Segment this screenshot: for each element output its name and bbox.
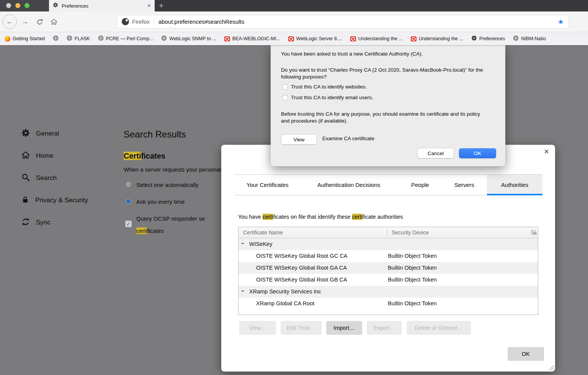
cancel-button[interactable]: Cancel (418, 148, 454, 158)
close-icon[interactable]: × (544, 146, 549, 157)
minimize-window-button[interactable] (15, 3, 20, 8)
chevron-down-icon: › (240, 290, 247, 292)
bookmark-flask[interactable]: FLASK (67, 35, 90, 43)
traffic-lights (0, 0, 49, 11)
gear-icon (471, 35, 477, 43)
new-tab-button[interactable]: + (155, 0, 168, 11)
resize-grip[interactable] (547, 364, 554, 370)
table-row[interactable]: OISTE WISeKey Global Root GC CA Builtin … (238, 250, 538, 262)
radio-select-one-automatically[interactable] (125, 181, 132, 188)
certificates-table: Certificate Name Security Device › WISeK… (238, 227, 538, 315)
ca-dialog-note-line1: Before trusting this CA for any purpose,… (281, 111, 480, 117)
delete-or-distrust-button[interactable]: Delete or Distrust… (407, 321, 471, 335)
zoom-window-button[interactable] (24, 3, 29, 8)
firefox-window: Preferences × + ← → Firefox about:prefer… (0, 0, 588, 375)
edit-trust-button[interactable]: Edit Trust… (281, 321, 322, 335)
globe-icon (513, 35, 519, 43)
bookmark-understanding-1[interactable]: Understanding the ... (350, 36, 403, 41)
ok-button[interactable]: OK (459, 148, 496, 158)
ca-dialog-line1: You have been asked to trust a new Certi… (281, 51, 423, 57)
column-divider[interactable] (387, 229, 387, 236)
reload-button[interactable] (33, 15, 46, 29)
table-row[interactable]: OISTE WISeKey Global Root GB CA Builtin … (238, 274, 538, 286)
bookmark-bea-weblogic[interactable]: BEA-WEBLOGIC-MI... (224, 36, 280, 41)
oracle-icon (411, 36, 416, 41)
bookmarks-bar: Getting Started FLASK PCRE — Perl Comp..… (0, 32, 588, 45)
tab-authentication-decisions[interactable]: Authentication Decisions (317, 182, 380, 188)
table-row[interactable]: XRamp Global CA Root Builtin Object Toke… (238, 298, 538, 309)
sidebar-item-sync[interactable]: Sync (21, 218, 51, 228)
tab-people[interactable]: People (411, 182, 429, 188)
column-header-certificate-name[interactable]: Certificate Name (243, 229, 283, 236)
oracle-icon (350, 36, 356, 41)
lock-icon (21, 196, 29, 205)
export-button[interactable]: Export… (367, 321, 402, 335)
radio-ask-you-every-time[interactable] (125, 198, 132, 205)
globe-icon (161, 35, 167, 43)
tab-preferences[interactable]: Preferences × (49, 0, 155, 11)
oracle-icon (224, 36, 230, 41)
table-row-group[interactable]: › XRamp Security Services Inc (238, 286, 538, 298)
gear-icon (21, 129, 30, 139)
checkbox-query-ocsp[interactable]: ✓ (125, 220, 132, 228)
tab-bar: Preferences × + (0, 0, 588, 11)
url-bar[interactable]: Firefox about:preferences#searchResults … (117, 15, 569, 28)
bookmark-weblogic-server[interactable]: WebLogic Server 8.... (288, 36, 342, 41)
sidebar-item-search[interactable]: Search (21, 173, 57, 183)
globe-icon (67, 35, 72, 43)
checkbox-trust-websites[interactable] (283, 84, 288, 90)
table-header: Certificate Name Security Device (238, 227, 538, 238)
navigation-toolbar: ← → Firefox about:preferences#searchResu… (0, 11, 588, 32)
gear-icon (53, 2, 58, 9)
bookmark-preferences[interactable]: Preferences (471, 35, 505, 43)
certificate-manager-dialog: × Authorities Your Certificates Authenti… (221, 145, 555, 372)
tab-authorities[interactable]: Authorities (487, 175, 542, 195)
ca-dialog-question-line2: following purposes? (281, 74, 327, 80)
sidebar-item-privacy-security[interactable]: Privacy & Security (21, 195, 88, 205)
search-icon (21, 173, 30, 183)
tab-title: Preferences (62, 3, 147, 9)
checkbox-label: Trust this CA to identify email users. (291, 95, 373, 100)
view-button[interactable]: View… (239, 321, 276, 335)
bookmark-star-icon[interactable]: ★ (558, 18, 564, 25)
bookmark-weblogic-snmp[interactable]: WebLogic SNMP to ... (161, 35, 216, 43)
checkbox-trust-email[interactable] (283, 95, 288, 100)
column-header-security-device[interactable]: Security Device (392, 229, 429, 236)
column-picker-icon[interactable] (531, 230, 537, 237)
table-row[interactable]: OISTE WISeKey Global Root GA CA Builtin … (238, 262, 538, 274)
url-separator (154, 18, 154, 26)
sidebar-item-general[interactable]: General (21, 129, 59, 139)
ocsp-label-line2: certificates (136, 228, 164, 234)
view-certificate-button[interactable]: View (281, 134, 317, 144)
chevron-down-icon: › (240, 242, 247, 244)
authorities-intro-text: You have certificates on file that ident… (238, 214, 403, 220)
tab-your-certificates[interactable]: Your Certificates (247, 182, 289, 188)
url-text[interactable]: about:preferences#searchResults (158, 18, 558, 25)
back-button[interactable]: ← (2, 15, 17, 29)
firefox-logo-icon (122, 18, 129, 25)
ocsp-label-line1: Query OCSP responder se (136, 215, 205, 222)
radio-label: Select one automatically (136, 182, 199, 188)
table-row-group[interactable]: › WISeKey (238, 238, 538, 250)
bookmark-nibm[interactable]: NIBM-Natio (513, 35, 546, 43)
ok-button[interactable]: OK (508, 347, 544, 361)
forward-button[interactable]: → (18, 15, 31, 29)
sidebar-item-home[interactable]: Home (21, 151, 53, 161)
globe-icon (98, 35, 104, 43)
tab-servers[interactable]: Servers (454, 182, 474, 188)
import-button[interactable]: Import… (326, 321, 362, 335)
certificates-heading: Certificates (124, 152, 165, 160)
examine-ca-label: Examine CA certificate (322, 136, 374, 141)
firefox-icon (5, 36, 10, 42)
ca-dialog-note-line2: and procedures (if available). (281, 118, 348, 124)
home-button[interactable] (47, 15, 60, 29)
table-rows: › WISeKey OISTE WISeKey Global Root GC C… (238, 238, 538, 309)
bookmark-unnamed[interactable] (53, 35, 59, 43)
tab-close-icon[interactable]: × (147, 3, 151, 9)
close-window-button[interactable] (6, 3, 11, 8)
bookmark-getting-started[interactable]: Getting Started (5, 36, 45, 42)
check-icon: ✓ (126, 221, 131, 228)
bookmark-understanding-2[interactable]: Understanding the ... (411, 36, 463, 41)
home-icon (21, 151, 30, 161)
bookmark-pcre[interactable]: PCRE — Perl Comp... (98, 35, 154, 43)
